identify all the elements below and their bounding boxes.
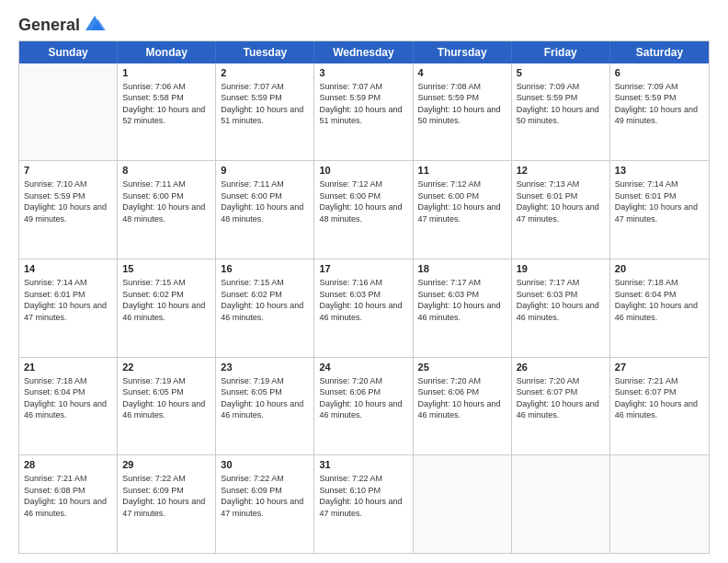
day-number: 26 [517, 361, 605, 374]
day-number: 24 [319, 361, 407, 374]
day-number: 15 [122, 262, 210, 276]
day-cell-27: 27Sunrise: 7:21 AMSunset: 6:07 PMDayligh… [610, 358, 709, 455]
day-number: 18 [418, 262, 506, 276]
day-number: 28 [24, 458, 112, 472]
day-cell-22: 22Sunrise: 7:19 AMSunset: 6:05 PMDayligh… [118, 358, 216, 455]
header-day-tuesday: Tuesday [216, 41, 314, 63]
day-cell-2: 2Sunrise: 7:07 AMSunset: 5:59 PMDaylight… [216, 63, 314, 161]
day-number: 23 [221, 361, 309, 374]
header-day-sunday: Sunday [19, 41, 118, 63]
empty-cell [512, 455, 610, 553]
day-cell-10: 10Sunrise: 7:12 AMSunset: 6:00 PMDayligh… [314, 161, 413, 259]
day-cell-25: 25Sunrise: 7:20 AMSunset: 6:06 PMDayligh… [414, 358, 512, 455]
day-cell-26: 26Sunrise: 7:20 AMSunset: 6:07 PMDayligh… [512, 358, 610, 455]
day-info: Sunrise: 7:17 AMSunset: 6:03 PMDaylight:… [418, 277, 506, 323]
day-cell-17: 17Sunrise: 7:16 AMSunset: 6:03 PMDayligh… [314, 259, 413, 357]
day-info: Sunrise: 7:15 AMSunset: 6:02 PMDaylight:… [122, 277, 210, 323]
day-number: 29 [122, 458, 210, 472]
day-cell-8: 8Sunrise: 7:11 AMSunset: 6:00 PMDaylight… [118, 161, 216, 259]
day-info: Sunrise: 7:11 AMSunset: 6:00 PMDaylight:… [122, 178, 210, 224]
day-number: 25 [418, 361, 506, 374]
day-cell-21: 21Sunrise: 7:18 AMSunset: 6:04 PMDayligh… [19, 358, 118, 455]
day-info: Sunrise: 7:12 AMSunset: 6:00 PMDaylight:… [418, 178, 506, 224]
day-info: Sunrise: 7:19 AMSunset: 6:05 PMDaylight:… [122, 375, 210, 421]
calendar-header: SundayMondayTuesdayWednesdayThursdayFrid… [19, 41, 709, 63]
week-row-3: 14Sunrise: 7:14 AMSunset: 6:01 PMDayligh… [19, 259, 709, 358]
day-number: 6 [615, 66, 704, 80]
day-info: Sunrise: 7:15 AMSunset: 6:02 PMDaylight:… [221, 277, 309, 323]
logo-icon [82, 14, 108, 34]
day-info: Sunrise: 7:11 AMSunset: 6:00 PMDaylight:… [221, 178, 309, 224]
day-number: 12 [517, 164, 605, 178]
day-cell-24: 24Sunrise: 7:20 AMSunset: 6:06 PMDayligh… [314, 358, 413, 455]
day-number: 21 [24, 361, 112, 374]
day-number: 30 [221, 458, 309, 472]
day-cell-11: 11Sunrise: 7:12 AMSunset: 6:00 PMDayligh… [414, 161, 512, 259]
day-cell-12: 12Sunrise: 7:13 AMSunset: 6:01 PMDayligh… [512, 161, 610, 259]
empty-cell [414, 455, 512, 553]
day-number: 5 [517, 66, 605, 80]
day-number: 27 [615, 361, 704, 374]
day-cell-9: 9Sunrise: 7:11 AMSunset: 6:00 PMDaylight… [216, 161, 314, 259]
day-number: 13 [615, 164, 704, 178]
day-cell-5: 5Sunrise: 7:09 AMSunset: 5:59 PMDaylight… [512, 63, 610, 161]
week-row-5: 28Sunrise: 7:21 AMSunset: 6:08 PMDayligh… [19, 455, 709, 553]
day-number: 20 [615, 262, 704, 276]
logo-text: General [18, 17, 80, 35]
header-day-friday: Friday [512, 41, 610, 63]
day-number: 1 [122, 66, 210, 80]
week-row-1: 1Sunrise: 7:06 AMSunset: 5:58 PMDaylight… [19, 63, 709, 162]
day-info: Sunrise: 7:08 AMSunset: 5:59 PMDaylight:… [418, 81, 506, 127]
day-info: Sunrise: 7:09 AMSunset: 5:59 PMDaylight:… [615, 81, 704, 127]
day-info: Sunrise: 7:22 AMSunset: 6:09 PMDaylight:… [221, 473, 309, 519]
header-day-monday: Monday [118, 41, 216, 63]
day-cell-1: 1Sunrise: 7:06 AMSunset: 5:58 PMDaylight… [118, 63, 216, 161]
day-number: 3 [319, 66, 407, 80]
day-cell-7: 7Sunrise: 7:10 AMSunset: 5:59 PMDaylight… [19, 161, 118, 259]
day-info: Sunrise: 7:07 AMSunset: 5:59 PMDaylight:… [319, 81, 407, 127]
day-info: Sunrise: 7:07 AMSunset: 5:59 PMDaylight:… [221, 81, 309, 127]
day-cell-16: 16Sunrise: 7:15 AMSunset: 6:02 PMDayligh… [216, 259, 314, 357]
day-info: Sunrise: 7:20 AMSunset: 6:07 PMDaylight:… [517, 375, 605, 421]
day-cell-28: 28Sunrise: 7:21 AMSunset: 6:08 PMDayligh… [19, 455, 118, 553]
day-number: 14 [24, 262, 112, 276]
day-number: 16 [221, 262, 309, 276]
day-number: 2 [221, 66, 309, 80]
day-cell-19: 19Sunrise: 7:17 AMSunset: 6:03 PMDayligh… [512, 259, 610, 357]
day-info: Sunrise: 7:22 AMSunset: 6:09 PMDaylight:… [122, 473, 210, 519]
day-info: Sunrise: 7:17 AMSunset: 6:03 PMDaylight:… [517, 277, 605, 323]
day-info: Sunrise: 7:22 AMSunset: 6:10 PMDaylight:… [319, 473, 407, 519]
day-info: Sunrise: 7:20 AMSunset: 6:06 PMDaylight:… [418, 375, 506, 421]
day-cell-18: 18Sunrise: 7:17 AMSunset: 6:03 PMDayligh… [414, 259, 512, 357]
day-number: 8 [122, 164, 210, 178]
day-cell-14: 14Sunrise: 7:14 AMSunset: 6:01 PMDayligh… [19, 259, 118, 357]
day-number: 17 [319, 262, 407, 276]
day-cell-20: 20Sunrise: 7:18 AMSunset: 6:04 PMDayligh… [610, 259, 709, 357]
day-cell-15: 15Sunrise: 7:15 AMSunset: 6:02 PMDayligh… [118, 259, 216, 357]
day-info: Sunrise: 7:18 AMSunset: 6:04 PMDaylight:… [615, 277, 704, 323]
day-number: 9 [221, 164, 309, 178]
day-cell-3: 3Sunrise: 7:07 AMSunset: 5:59 PMDaylight… [314, 63, 413, 161]
day-number: 10 [319, 164, 407, 178]
day-info: Sunrise: 7:06 AMSunset: 5:58 PMDaylight:… [122, 81, 210, 127]
day-info: Sunrise: 7:20 AMSunset: 6:06 PMDaylight:… [319, 375, 407, 421]
week-row-2: 7Sunrise: 7:10 AMSunset: 5:59 PMDaylight… [19, 161, 709, 259]
day-cell-30: 30Sunrise: 7:22 AMSunset: 6:09 PMDayligh… [216, 455, 314, 553]
day-info: Sunrise: 7:18 AMSunset: 6:04 PMDaylight:… [24, 375, 112, 421]
day-info: Sunrise: 7:09 AMSunset: 5:59 PMDaylight:… [517, 81, 605, 127]
day-cell-23: 23Sunrise: 7:19 AMSunset: 6:05 PMDayligh… [216, 358, 314, 455]
header-day-saturday: Saturday [610, 41, 709, 63]
day-info: Sunrise: 7:13 AMSunset: 6:01 PMDaylight:… [517, 178, 605, 224]
day-info: Sunrise: 7:10 AMSunset: 5:59 PMDaylight:… [24, 178, 112, 224]
empty-cell [610, 455, 709, 553]
header-day-wednesday: Wednesday [314, 41, 413, 63]
day-cell-4: 4Sunrise: 7:08 AMSunset: 5:59 PMDaylight… [414, 63, 512, 161]
day-cell-13: 13Sunrise: 7:14 AMSunset: 6:01 PMDayligh… [610, 161, 709, 259]
day-info: Sunrise: 7:14 AMSunset: 6:01 PMDaylight:… [24, 277, 112, 323]
day-number: 19 [517, 262, 605, 276]
day-info: Sunrise: 7:16 AMSunset: 6:03 PMDaylight:… [319, 277, 407, 323]
day-info: Sunrise: 7:14 AMSunset: 6:01 PMDaylight:… [615, 178, 704, 224]
day-number: 22 [122, 361, 210, 374]
page: General SundayMondayTuesdayWednesdayThur… [0, 0, 728, 563]
day-cell-31: 31Sunrise: 7:22 AMSunset: 6:10 PMDayligh… [314, 455, 413, 553]
